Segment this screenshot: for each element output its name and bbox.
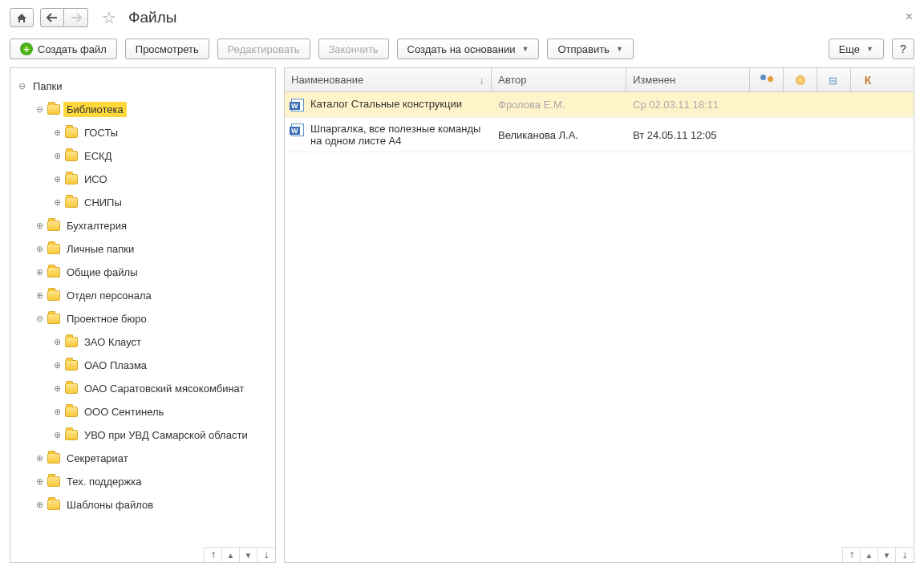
forward-button <box>64 8 88 27</box>
expand-icon[interactable] <box>52 337 62 347</box>
table-row[interactable]: Каталог Стальные конструкции Фролова Е.М… <box>285 92 914 118</box>
collapse-icon[interactable] <box>34 104 44 115</box>
tree-item-project[interactable]: Проектное бюро <box>14 307 272 330</box>
expand-icon[interactable] <box>34 221 44 231</box>
col-users[interactable] <box>750 68 784 91</box>
tree-item-sentinel[interactable]: ООО Сентинель <box>14 400 272 423</box>
expand-icon[interactable] <box>34 500 44 510</box>
more-button[interactable]: Еще▼ <box>829 38 884 59</box>
scroll-top-button[interactable]: ⤒ <box>843 548 861 562</box>
scroll-up-button[interactable]: ▲ <box>861 548 878 562</box>
chevron-down-icon: ▼ <box>521 45 529 53</box>
doc-icon <box>291 124 304 136</box>
people-icon <box>760 75 773 86</box>
folder-icon <box>65 383 78 394</box>
plus-icon: + <box>20 43 33 55</box>
k-icon: К <box>865 74 872 87</box>
table-header: Наименование Автор Изменен К <box>285 68 914 92</box>
tree-item-templates[interactable]: Шаблоны файлов <box>14 493 272 516</box>
finish-button: Закончить <box>318 38 389 59</box>
expand-icon[interactable] <box>52 174 62 184</box>
table-row[interactable]: Шпаргалка, все полезные команды на одном… <box>285 118 914 152</box>
col-bulb[interactable] <box>784 68 817 91</box>
collapse-icon[interactable] <box>34 314 44 324</box>
collapse-icon[interactable] <box>17 81 26 91</box>
folder-icon <box>47 476 60 487</box>
doc-icon <box>291 99 304 111</box>
expand-icon[interactable] <box>52 151 62 161</box>
expand-icon[interactable] <box>52 407 62 417</box>
create-file-button[interactable]: +Создать файл <box>10 38 117 59</box>
scroll-bottom-button[interactable]: ⤓ <box>896 548 914 562</box>
col-author[interactable]: Автор <box>492 68 626 91</box>
expand-icon[interactable] <box>34 476 44 487</box>
folder-icon <box>47 500 60 510</box>
col-hierarchy[interactable] <box>817 68 851 91</box>
folder-icon <box>65 337 78 347</box>
tree-item-snipy[interactable]: СНИПы <box>14 191 272 214</box>
folder-icon <box>47 314 60 324</box>
expand-icon[interactable] <box>34 290 44 301</box>
tree-item-plazma[interactable]: ОАО Плазма <box>14 354 272 377</box>
send-button[interactable]: Отправить▼ <box>547 38 633 59</box>
folder-icon <box>65 174 78 184</box>
chevron-down-icon: ▼ <box>616 45 623 53</box>
list-nav-strip: ⤒ ▲ ▼ ⤓ <box>842 547 914 562</box>
col-modified[interactable]: Изменен <box>626 68 750 91</box>
expand-icon[interactable] <box>34 244 44 254</box>
tree-item-personal[interactable]: Личные папки <box>14 237 272 261</box>
tree-item-saratov[interactable]: ОАО Саратовский мясокомбинат <box>14 377 272 400</box>
folder-icon <box>65 128 78 138</box>
tree-item-buh[interactable]: Бухгалтерия <box>14 214 272 237</box>
tree-item-gosty[interactable]: ГОСТы <box>14 121 272 144</box>
tree-root[interactable]: Папки <box>14 75 272 98</box>
folder-icon <box>47 290 60 301</box>
tree-item-iso[interactable]: ИСО <box>14 168 272 191</box>
scroll-down-button[interactable]: ▼ <box>878 548 896 562</box>
folder-icon <box>65 151 78 161</box>
create-based-button[interactable]: Создать на основании▼ <box>397 38 540 59</box>
tree-item-secretariat[interactable]: Секретариат <box>14 447 272 470</box>
tree-item-hr[interactable]: Отдел персонала <box>14 284 272 307</box>
expand-icon[interactable] <box>52 430 62 440</box>
col-name[interactable]: Наименование <box>285 68 492 91</box>
expand-icon[interactable] <box>52 128 62 138</box>
scroll-top-button[interactable]: ⤒ <box>205 548 222 562</box>
back-button[interactable] <box>40 8 64 27</box>
expand-icon[interactable] <box>52 197 62 208</box>
folder-icon <box>47 221 60 231</box>
folder-icon <box>47 244 60 254</box>
chevron-down-icon: ▼ <box>866 45 873 53</box>
folder-icon <box>47 104 60 115</box>
col-k[interactable]: К <box>851 68 885 91</box>
tree-item-shared[interactable]: Общие файлы <box>14 261 272 284</box>
edit-button: Редактировать <box>217 38 310 59</box>
expand-icon[interactable] <box>34 453 44 464</box>
tree-item-support[interactable]: Тех. поддержка <box>14 470 272 493</box>
expand-icon[interactable] <box>34 267 44 277</box>
favorite-icon[interactable]: ☆ <box>99 8 119 27</box>
tree-item-uvo[interactable]: УВО при УВД Самарской области <box>14 423 272 447</box>
scroll-down-button[interactable]: ▼ <box>240 548 257 562</box>
folder-tree: Папки Библиотека ГОСТы ЕСКД ИСО СНИПы Бу… <box>10 67 276 563</box>
home-button[interactable] <box>10 8 34 27</box>
close-button[interactable]: × <box>906 10 913 24</box>
view-button[interactable]: Просмотреть <box>125 38 209 59</box>
tree-item-biblioteka[interactable]: Библиотека <box>14 98 272 121</box>
folder-icon <box>47 267 60 277</box>
scroll-up-button[interactable]: ▲ <box>222 548 240 562</box>
folder-icon <box>65 407 78 417</box>
tree-item-eskd[interactable]: ЕСКД <box>14 144 272 168</box>
expand-icon[interactable] <box>52 383 62 394</box>
tree-item-zao[interactable]: ЗАО Клауст <box>14 330 272 354</box>
scroll-bottom-button[interactable]: ⤓ <box>257 548 275 562</box>
folder-icon <box>47 453 60 464</box>
tree-nav-strip: ⤒ ▲ ▼ ⤓ <box>204 547 275 562</box>
folder-icon <box>65 197 78 208</box>
bulb-icon <box>796 75 805 85</box>
file-list: Наименование Автор Изменен К Каталог Ста… <box>284 67 914 563</box>
help-button[interactable]: ? <box>892 38 914 59</box>
hierarchy-icon <box>829 75 840 86</box>
page-title: Файлы <box>128 9 176 26</box>
expand-icon[interactable] <box>52 360 62 371</box>
